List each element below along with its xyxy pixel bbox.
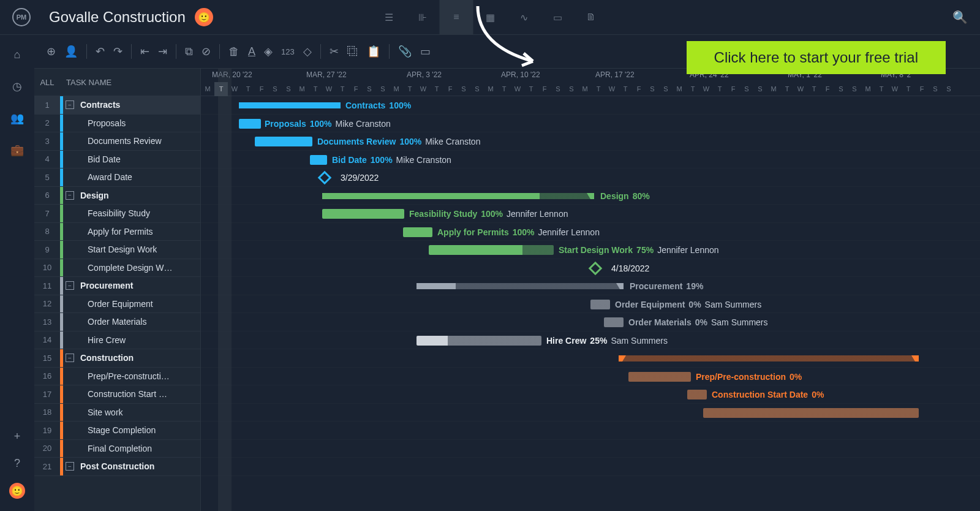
project-avatar[interactable]: 🙂: [195, 8, 213, 26]
gantt-row[interactable]: [201, 349, 980, 368]
task-bar[interactable]: [703, 408, 919, 418]
task-row[interactable]: 17Construction Start …: [34, 385, 200, 404]
recent-icon[interactable]: ◷: [10, 79, 24, 94]
task-row[interactable]: 11−Procurement: [34, 277, 200, 295]
cta-button[interactable]: Click here to start your free trial: [687, 41, 946, 74]
task-bar[interactable]: [322, 209, 404, 219]
gantt-row[interactable]: Procurement19%: [201, 277, 980, 295]
gantt-row[interactable]: Proposals100%Mike Cranston: [201, 115, 980, 133]
portfolio-icon[interactable]: 💼: [10, 143, 24, 157]
task-row[interactable]: 12Order Equipment: [34, 295, 200, 314]
milestone[interactable]: [318, 171, 332, 185]
task-bar[interactable]: [687, 390, 707, 399]
add-task-icon[interactable]: ⊕: [47, 45, 56, 58]
task-row[interactable]: 8Apply for Permits: [34, 223, 200, 241]
expand-icon[interactable]: −: [66, 281, 74, 290]
gantt-row[interactable]: Feasibility Study100%Jennifer Lennon: [201, 205, 980, 223]
task-row[interactable]: 6−Design: [34, 187, 200, 205]
milestone[interactable]: [589, 261, 603, 275]
gantt-row[interactable]: [201, 458, 980, 476]
task-bar[interactable]: [255, 137, 312, 146]
expand-icon[interactable]: −: [66, 354, 74, 362]
task-row[interactable]: 16Prep/Pre-constructi…: [34, 368, 200, 386]
task-row[interactable]: 7Feasibility Study: [34, 205, 200, 223]
view-sheet-icon[interactable]: ▦: [473, 0, 507, 35]
gantt-row[interactable]: Start Design Work75%Jennifer Lennon: [201, 241, 980, 259]
gantt-row[interactable]: Hire Crew25%Sam Summers: [201, 331, 980, 350]
summary-bar[interactable]: [322, 193, 594, 199]
view-files-icon[interactable]: 🗎: [575, 0, 608, 35]
summary-bar[interactable]: [619, 355, 919, 361]
task-row[interactable]: 1−Contracts: [34, 96, 200, 115]
expand-icon[interactable]: −: [66, 191, 74, 200]
task-bar[interactable]: [590, 300, 610, 309]
task-bar[interactable]: [239, 119, 261, 129]
home-icon[interactable]: ⌂: [10, 47, 24, 62]
view-calendar-icon[interactable]: ▭: [541, 0, 575, 35]
redo-icon[interactable]: ↷: [113, 45, 123, 58]
number-icon[interactable]: 123: [281, 47, 295, 56]
task-row[interactable]: 13Order Materials: [34, 313, 200, 331]
task-row[interactable]: 21−Post Construction: [34, 458, 200, 476]
summary-bar[interactable]: [239, 102, 341, 108]
task-bar[interactable]: [628, 372, 691, 382]
milestone-icon[interactable]: ◇: [303, 45, 312, 58]
app-logo[interactable]: PM: [12, 8, 31, 26]
gantt-row[interactable]: Prep/Pre-construction0%: [201, 368, 980, 386]
delete-icon[interactable]: 🗑: [228, 45, 239, 58]
outdent-icon[interactable]: ⇤: [140, 45, 149, 58]
search-icon[interactable]: 🔍: [952, 10, 968, 25]
indent-icon[interactable]: ⇥: [158, 45, 167, 58]
task-row[interactable]: 20Final Completion: [34, 440, 200, 458]
gantt-row[interactable]: Order Materials0%Sam Summers: [201, 313, 980, 331]
team-icon[interactable]: 👥: [10, 111, 24, 126]
col-all[interactable]: ALL: [34, 78, 60, 87]
task-bar[interactable]: [604, 317, 624, 327]
attach-icon[interactable]: 📎: [398, 45, 412, 58]
summary-bar[interactable]: [417, 283, 624, 289]
task-row[interactable]: 2Proposals: [34, 115, 200, 133]
unlink-icon[interactable]: ⊘: [202, 45, 211, 58]
note-icon[interactable]: ▭: [420, 45, 431, 58]
view-gantt-icon[interactable]: ≡: [440, 0, 473, 35]
gantt-row[interactable]: [201, 440, 980, 458]
task-bar[interactable]: [417, 336, 541, 346]
col-name[interactable]: TASK NAME: [60, 78, 111, 87]
expand-icon[interactable]: −: [66, 100, 74, 109]
task-row[interactable]: 4Bid Date: [34, 151, 200, 169]
task-bar[interactable]: [429, 245, 554, 255]
task-row[interactable]: 9Start Design Work: [34, 241, 200, 259]
copy-icon[interactable]: ⿻: [347, 45, 358, 58]
task-row[interactable]: 15−Construction: [34, 349, 200, 368]
gantt-row[interactable]: 4/18/2022: [201, 259, 980, 278]
view-activity-icon[interactable]: ∿: [507, 0, 541, 35]
gantt-row[interactable]: Bid Date100%Mike Cranston: [201, 151, 980, 169]
task-bar[interactable]: [403, 227, 432, 237]
paste-icon[interactable]: 📋: [367, 45, 380, 58]
gantt-row[interactable]: Apply for Permits100%Jennifer Lennon: [201, 223, 980, 241]
task-row[interactable]: 5Award Date: [34, 168, 200, 187]
task-row[interactable]: 10Complete Design W…: [34, 259, 200, 278]
assign-icon[interactable]: 👤: [64, 45, 78, 58]
user-avatar[interactable]: 🙂: [9, 483, 25, 499]
task-bar[interactable]: [310, 155, 327, 165]
cut-icon[interactable]: ✂: [330, 45, 339, 58]
gantt-row[interactable]: Order Equipment0%Sam Summers: [201, 295, 980, 314]
task-row[interactable]: 18Site work: [34, 404, 200, 422]
font-icon[interactable]: A: [248, 45, 255, 58]
undo-icon[interactable]: ↶: [96, 45, 105, 58]
help-icon[interactable]: ?: [10, 456, 24, 471]
tag-icon[interactable]: ◈: [264, 45, 273, 58]
task-row[interactable]: 14Hire Crew: [34, 331, 200, 350]
gantt-row[interactable]: 3/29/2022: [201, 168, 980, 187]
link-icon[interactable]: ⧉: [185, 45, 193, 58]
gantt-row[interactable]: Construction Start Date0%: [201, 385, 980, 404]
gantt-row[interactable]: [201, 422, 980, 440]
gantt-row[interactable]: Contracts100%: [201, 96, 980, 115]
task-row[interactable]: 19Stage Completion: [34, 422, 200, 440]
task-row[interactable]: 3Documents Review: [34, 132, 200, 151]
expand-icon[interactable]: −: [66, 462, 74, 471]
view-board-icon[interactable]: ⊪: [406, 0, 440, 35]
gantt-chart[interactable]: MAR, 20 '22MAR, 27 '22APR, 3 '22APR, 10 …: [201, 69, 980, 511]
view-list-icon[interactable]: ☰: [372, 0, 406, 35]
